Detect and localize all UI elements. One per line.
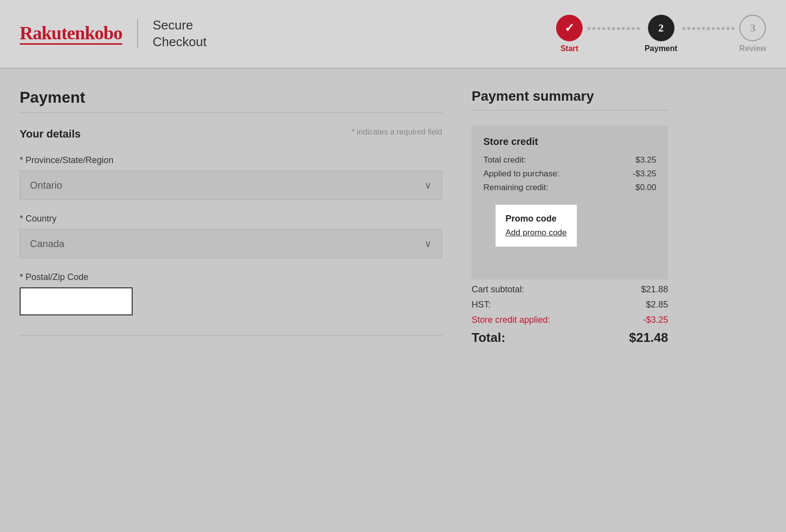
- logo-text: Rakutenkobo: [20, 24, 122, 42]
- secure-checkout-text: Secure Checkout: [153, 17, 207, 51]
- dots-2-3: ›: [682, 27, 734, 41]
- step-label-start: Start: [561, 44, 578, 53]
- logo-area: Rakutenkobo: [20, 24, 122, 45]
- remaining-value: $0.00: [635, 183, 656, 193]
- checkout-steps: ✓ Start › 2 Payment: [556, 15, 766, 53]
- check-icon: ✓: [564, 21, 574, 35]
- total-credit-row: Total credit: $3.25: [483, 155, 656, 165]
- right-panel: Payment summary Store credit Total credi…: [472, 88, 668, 345]
- add-promo-link[interactable]: Add promo code: [505, 228, 567, 237]
- province-label: * Province/State/Region: [20, 155, 442, 166]
- step-circle-start: ✓: [556, 15, 583, 41]
- main-content: Payment Your details * indicates a requi…: [0, 69, 766, 365]
- payment-title: Payment: [20, 88, 442, 107]
- summary-title: Payment summary: [472, 88, 668, 104]
- country-label: * Country: [20, 214, 442, 224]
- store-credit-box: Store credit Total credit: $3.25 Applied…: [472, 125, 668, 280]
- hst-value: $2.85: [646, 300, 668, 310]
- total-credit-value: $3.25: [635, 155, 656, 165]
- hst-label: HST:: [472, 300, 491, 310]
- dots-1-2: ›: [588, 27, 640, 41]
- required-note: * indicates a required field: [352, 128, 442, 137]
- postal-field-group: * Postal/Zip Code: [20, 272, 442, 315]
- applied-row: Applied to purchase: -$3.25: [483, 169, 656, 179]
- your-details-row: Your details * indicates a required fiel…: [20, 128, 442, 140]
- total-row: Total: $21.48: [472, 330, 668, 345]
- promo-container: Promo code Add promo code: [483, 196, 656, 259]
- country-field-group: * Country Canada ∨: [20, 214, 442, 258]
- total-value: $21.48: [629, 330, 668, 345]
- step-number-review: 3: [750, 22, 756, 34]
- summary-divider: [472, 110, 668, 111]
- store-credit-title: Store credit: [483, 136, 656, 147]
- country-select[interactable]: Canada: [20, 229, 442, 258]
- header-divider: [137, 19, 138, 49]
- step-label-payment: Payment: [645, 44, 677, 53]
- step-review: 3 Review: [739, 15, 766, 53]
- header: Rakutenkobo Secure Checkout ✓ Start ›: [0, 0, 786, 69]
- promo-title: Promo code: [505, 214, 567, 224]
- remaining-label: Remaining credit:: [483, 183, 548, 193]
- postal-label: * Postal/Zip Code: [20, 272, 442, 282]
- cart-subtotal-row: Cart subtotal: $21.88: [472, 284, 668, 295]
- logo-underline: [20, 43, 122, 45]
- postal-input[interactable]: [20, 287, 133, 315]
- step-circle-payment: 2: [648, 15, 674, 41]
- step-circle-review: 3: [739, 15, 766, 41]
- section-divider-bottom: [20, 335, 442, 336]
- section-divider-top: [20, 112, 442, 113]
- rakuten-text: Rakuten: [20, 23, 84, 43]
- applied-label: Applied to purchase:: [483, 169, 560, 179]
- logo-wrapper: Rakutenkobo: [20, 24, 122, 45]
- store-credit-applied-row: Store credit applied: -$3.25: [472, 315, 668, 325]
- total-label: Total:: [472, 330, 505, 345]
- province-field-group: * Province/State/Region Ontario ∨: [20, 155, 442, 200]
- cart-subtotal-value: $21.88: [641, 284, 668, 295]
- store-credit-applied-label: Store credit applied:: [472, 315, 550, 325]
- step-payment: 2 Payment: [645, 15, 677, 53]
- store-credit-applied-value: -$3.25: [643, 315, 668, 325]
- kobo-text: kobo: [84, 23, 122, 43]
- left-panel: Payment Your details * indicates a requi…: [20, 88, 442, 345]
- promo-box: Promo code Add promo code: [495, 204, 577, 247]
- province-select-wrapper[interactable]: Ontario ∨: [20, 170, 442, 200]
- cart-subtotal-label: Cart subtotal:: [472, 284, 524, 295]
- step-number-payment: 2: [658, 22, 664, 34]
- step-start: ✓ Start: [556, 15, 583, 53]
- step-label-review: Review: [739, 44, 766, 53]
- province-select[interactable]: Ontario: [20, 171, 442, 199]
- your-details-title: Your details: [20, 128, 81, 140]
- total-credit-label: Total credit:: [483, 155, 526, 165]
- country-select-wrapper[interactable]: Canada ∨: [20, 229, 442, 258]
- remaining-row: Remaining credit: $0.00: [483, 183, 656, 193]
- hst-row: HST: $2.85: [472, 300, 668, 310]
- applied-value: -$3.25: [633, 169, 656, 179]
- summary-rows: Cart subtotal: $21.88 HST: $2.85 Store c…: [472, 284, 668, 345]
